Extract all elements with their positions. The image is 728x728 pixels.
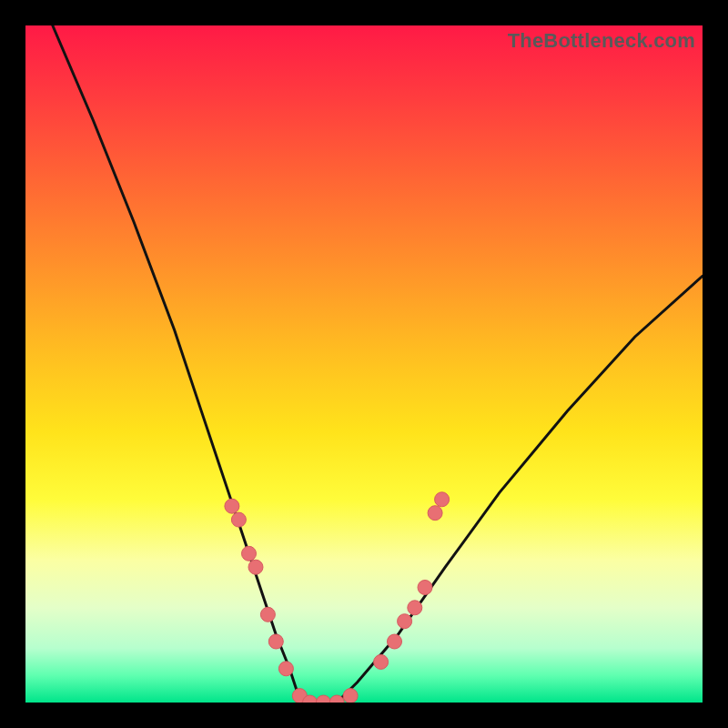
bottleneck-curve [53, 25, 703, 703]
data-marker [408, 601, 422, 615]
data-marker [343, 689, 358, 703]
data-marker [418, 581, 432, 595]
data-marker [374, 654, 389, 669]
data-marker [260, 607, 275, 622]
data-marker [388, 634, 402, 649]
data-marker [248, 560, 263, 574]
data-marker [316, 695, 330, 703]
chart-frame: TheBottleneck.com [0, 0, 728, 728]
data-marker [435, 492, 450, 507]
data-marker [398, 614, 412, 629]
plot-area: TheBottleneck.com [25, 25, 703, 703]
data-marker [242, 546, 257, 561]
chart-svg [25, 25, 703, 703]
data-marker [278, 662, 293, 676]
data-marker [225, 499, 239, 513]
data-marker [428, 506, 442, 521]
data-marker [231, 512, 246, 527]
data-marker [268, 634, 283, 649]
